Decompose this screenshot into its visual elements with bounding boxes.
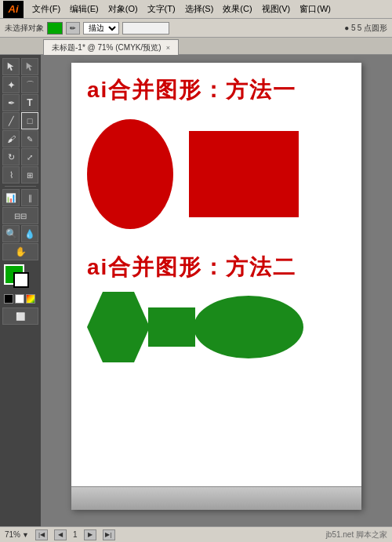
section-title-1: ai合并图形：方法一 — [71, 63, 361, 111]
green-shapes-row — [71, 292, 361, 378]
slice-tool[interactable]: ⊟⊟ — [2, 207, 38, 224]
no-selection-label: 未选择对象 — [5, 23, 44, 34]
line-tool[interactable]: ╱ — [2, 112, 20, 129]
app-logo-text: Ai — [9, 3, 19, 15]
menu-select[interactable]: 选择(S) — [181, 2, 218, 16]
menu-view[interactable]: 视图(V) — [258, 2, 295, 16]
tab-bar: 未标题-1* @ 71% (CMYK/预览) × — [0, 38, 392, 55]
stroke-input[interactable] — [122, 22, 169, 35]
bottom-gradient-bar — [71, 486, 361, 510]
paintbrush-tool[interactable]: 🖌 — [2, 130, 20, 147]
color-swatches — [2, 264, 38, 304]
menu-bar: Ai 文件(F) 编辑(E) 对象(O) 文字(T) 选择(S) 效果(C) 视… — [0, 0, 392, 19]
color-swatch[interactable] — [47, 22, 63, 35]
green-hexagon — [87, 292, 150, 362]
green-combined-shape — [87, 292, 303, 362]
nav-first-button[interactable]: |◀ — [35, 529, 48, 540]
menu-window[interactable]: 窗口(W) — [296, 2, 335, 16]
stroke-style-select[interactable]: 描边 — [83, 22, 119, 35]
chart-tool[interactable]: ∥ — [21, 189, 38, 206]
shape-indicator: ● 5 5 点圆形 — [344, 23, 387, 34]
pen-tools: ✒ T — [2, 94, 38, 111]
main-area: ✦ ⌒ ✒ T ╱ □ 🖌 ✎ ↻ ⤢ ⌇ ⊞ 📊 ∥ ⊟⊟ — [0, 55, 392, 526]
rotate-tool[interactable]: ↻ — [2, 148, 20, 166]
pen-tool[interactable]: ✒ — [2, 94, 20, 111]
menu-file[interactable]: 文件(F) — [28, 2, 64, 16]
menu-items: 文件(F) 编辑(E) 对象(O) 文字(T) 选择(S) 效果(C) 视图(V… — [28, 2, 335, 16]
nav-last-button[interactable]: ▶| — [103, 529, 115, 540]
default-colors-button[interactable] — [4, 294, 13, 304]
status-bar: 71% ▼ |◀ ◀ 1 ▶ ▶| jb51.net 脚本之家 — [0, 526, 392, 542]
zoom-tool[interactable]: 🔍 — [2, 225, 20, 242]
hand-tool[interactable]: ✋ — [2, 243, 38, 260]
free-transform-tool[interactable]: ⊞ — [21, 166, 38, 184]
lasso-tool[interactable]: ⌒ — [21, 76, 38, 93]
shapes-row-1 — [71, 111, 361, 245]
menu-effect[interactable]: 效果(C) — [219, 2, 256, 16]
stroke-color-swatch[interactable] — [13, 272, 29, 288]
screen-mode-button[interactable]: ⬜ — [2, 307, 38, 325]
magic-wand-tool[interactable]: ✦ — [2, 76, 20, 93]
pencil-tool[interactable]: ✎ — [21, 130, 38, 147]
left-toolbar: ✦ ⌒ ✒ T ╱ □ 🖌 ✎ ↻ ⤢ ⌇ ⊞ 📊 ∥ ⊟⊟ — [0, 55, 41, 526]
nav-prev-button[interactable]: ◀ — [54, 529, 67, 540]
red-rectangle — [189, 131, 299, 217]
brush-tools: 🖌 ✎ — [2, 130, 38, 147]
menu-text[interactable]: 文字(T) — [143, 2, 180, 16]
magic-wand-tools: ✦ ⌒ — [2, 76, 38, 93]
green-ellipse — [194, 296, 303, 358]
rect-tool[interactable]: □ — [21, 112, 38, 129]
red-ellipse — [87, 119, 173, 229]
zoom-dropdown-icon[interactable]: ▼ — [22, 531, 29, 539]
svg-marker-1 — [27, 63, 33, 71]
artboard: ai合并图形：方法一 ai合并图形：方法二 — [71, 63, 361, 510]
app-logo: Ai — [3, 1, 24, 18]
line-tools: ╱ □ — [2, 112, 38, 129]
menu-edit[interactable]: 编辑(E) — [66, 2, 103, 16]
page-number: 1 — [73, 530, 78, 539]
svg-marker-0 — [8, 63, 14, 71]
selection-tool[interactable] — [2, 58, 20, 75]
control-bar: 未选择对象 ✏ 描边 ● 5 5 点圆形 — [0, 19, 392, 38]
graph-tools: 📊 ∥ — [2, 189, 38, 206]
pen-icon[interactable]: ✏ — [66, 22, 80, 35]
scale-tool[interactable]: ⤢ — [21, 148, 38, 166]
eyedropper-tool[interactable]: 💧 — [21, 225, 38, 242]
section-title-2: ai合并图形：方法二 — [71, 245, 361, 292]
zoom-level: 71% ▼ — [5, 530, 29, 539]
shape-label: 5 点圆形 — [358, 23, 387, 34]
rotate-tools: ↻ ⤢ — [2, 148, 38, 166]
document-tab[interactable]: 未标题-1* @ 71% (CMYK/预览) × — [43, 39, 179, 55]
gradient-button[interactable] — [26, 294, 35, 304]
zoom-value: 71% — [5, 530, 20, 539]
zoom-tools: 🔍 💧 — [2, 225, 38, 242]
type-tool[interactable]: T — [21, 94, 38, 111]
warp-tools: ⌇ ⊞ — [2, 166, 38, 184]
selection-tools — [2, 58, 38, 75]
green-connector — [148, 307, 195, 347]
nav-next-button[interactable]: ▶ — [84, 529, 96, 540]
tab-close-button[interactable]: × — [166, 44, 170, 52]
canvas-area: ai合并图形：方法一 ai合并图形：方法二 — [41, 55, 392, 526]
tab-label: 未标题-1* @ 71% (CMYK/预览) — [52, 42, 162, 53]
toolbar-separator — [5, 186, 36, 187]
watermark: jb51.net 脚本之家 — [326, 529, 387, 540]
graph-tool[interactable]: 📊 — [2, 189, 20, 206]
swap-colors-button[interactable] — [15, 294, 24, 304]
menu-object[interactable]: 对象(O) — [104, 2, 142, 16]
warp-tool[interactable]: ⌇ — [2, 166, 20, 184]
direct-selection-tool[interactable] — [21, 58, 38, 75]
